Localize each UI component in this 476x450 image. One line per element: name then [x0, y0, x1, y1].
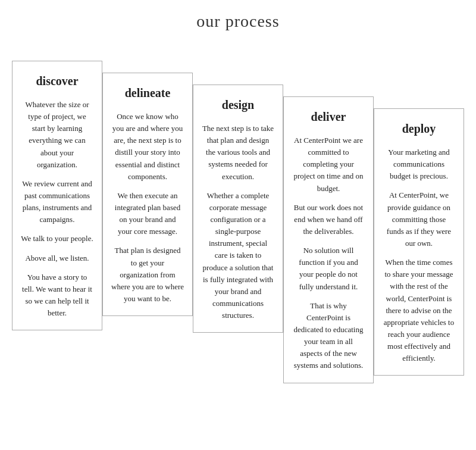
column-deliver-para-0: At CenterPoint we are committed to compl… [292, 135, 365, 195]
column-discover-para-3: Above all, we listen. [21, 252, 93, 264]
page-title: our process [12, 12, 464, 31]
column-discover-para-1: We review current and past communication… [21, 178, 93, 226]
column-delineate-para-2: That plan is designed to get your organi… [111, 245, 184, 305]
column-delineate: delineateOnce we know who you are and wh… [102, 73, 193, 316]
column-deliver-para-2: No solution will function if you and you… [292, 245, 365, 293]
column-deploy-para-1: At CenterPoint, we provide guidance on c… [383, 189, 455, 249]
column-title-deliver: deliver [292, 108, 365, 126]
column-deploy: deployYour marketing and communications … [374, 108, 464, 376]
column-delineate-para-1: We then execute an integrated plan based… [111, 190, 184, 238]
column-deliver-para-1: But our work does not end when we hand o… [292, 202, 365, 238]
column-discover-para-2: We talk to your people. [21, 233, 93, 245]
column-design: designThe next step is to take that plan… [193, 85, 283, 333]
column-deploy-para-0: Your marketing and communications budget… [383, 146, 455, 182]
column-deliver: deliverAt CenterPoint we are committed t… [283, 96, 374, 383]
process-columns: discoverWhatever the size or type of pro… [12, 49, 464, 383]
column-discover: discoverWhatever the size or type of pro… [12, 61, 102, 330]
column-delineate-para-0: Once we know who you are and where you a… [111, 111, 184, 183]
column-title-design: design [202, 96, 274, 114]
column-title-delineate: delineate [111, 84, 184, 102]
column-title-deploy: deploy [383, 120, 455, 138]
column-title-discover: discover [21, 72, 93, 90]
column-design-para-1: Whether a complete corporate message con… [202, 190, 274, 322]
column-discover-para-0: Whatever the size or type of project, we… [21, 99, 93, 171]
column-discover-para-4: You have a story to tell. We want to hea… [21, 271, 93, 320]
column-deliver-para-3: That is why CenterPoint is dedicated to … [292, 300, 365, 372]
column-design-para-0: The next step is to take that plan and d… [202, 123, 274, 183]
column-deploy-para-2: When the time comes to share your messag… [383, 257, 455, 364]
